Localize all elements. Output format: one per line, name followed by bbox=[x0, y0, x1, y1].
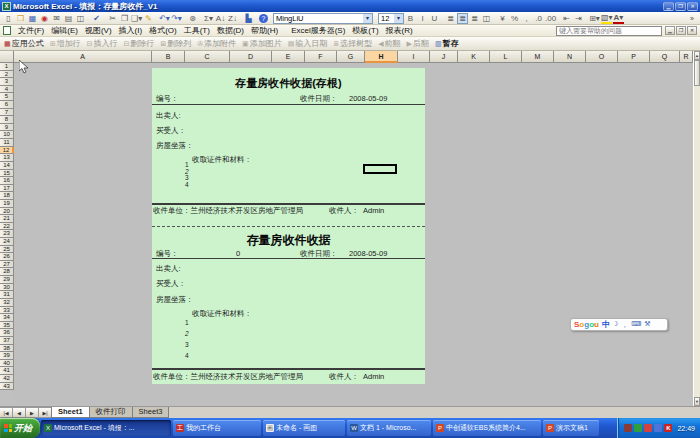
percent-icon[interactable]: % bbox=[509, 13, 520, 24]
column-header[interactable]: R bbox=[680, 51, 693, 63]
paste-icon[interactable]: ❑▾ bbox=[131, 13, 142, 24]
menu-item[interactable]: 帮助(H) bbox=[251, 25, 278, 36]
select-tree-button[interactable]: ≣ 选择树型 bbox=[333, 38, 372, 49]
row-header[interactable]: 26 bbox=[0, 253, 14, 261]
align-center-icon[interactable]: ≣ bbox=[457, 13, 468, 24]
punctuation-icon[interactable]: ， bbox=[621, 320, 628, 330]
row-header[interactable]: 3 bbox=[0, 78, 14, 86]
tray-icon-1[interactable] bbox=[624, 424, 632, 432]
row-header[interactable]: 36 bbox=[0, 329, 14, 337]
new-icon[interactable]: ▯ bbox=[3, 13, 14, 24]
row-header[interactable]: 6 bbox=[0, 101, 14, 109]
row-header[interactable]: 41 bbox=[0, 367, 14, 375]
open-icon[interactable]: ❒ bbox=[15, 13, 26, 24]
column-header[interactable]: I bbox=[398, 51, 430, 63]
row-header[interactable]: 28 bbox=[0, 268, 14, 276]
vertical-scrollbar[interactable]: ▲ ▼ bbox=[693, 51, 700, 406]
chart-wizard-icon[interactable]: ▙ bbox=[243, 13, 254, 24]
fill-color-icon[interactable]: ▧▾ bbox=[601, 13, 612, 24]
comma-style-icon[interactable]: , bbox=[521, 13, 532, 24]
row-header[interactable]: 31 bbox=[0, 291, 14, 299]
cut-icon[interactable]: ✂ bbox=[107, 13, 118, 24]
format-painter-icon[interactable]: ✎ bbox=[143, 13, 154, 24]
chevron-down-icon[interactable]: ▾ bbox=[394, 14, 403, 23]
print-preview-icon[interactable]: ◫ bbox=[75, 13, 86, 24]
menu-item[interactable]: 报表(R) bbox=[386, 25, 413, 36]
scroll-down-icon[interactable]: ▼ bbox=[694, 397, 700, 406]
italic-icon[interactable]: I bbox=[417, 13, 428, 24]
taskbar-task[interactable]: P 演示文稿1 bbox=[543, 420, 599, 436]
row-header[interactable]: 34 bbox=[0, 314, 14, 322]
row-header[interactable]: 35 bbox=[0, 322, 14, 330]
taskbar-task[interactable]: X Microsoft Excel - 填报：... bbox=[41, 420, 171, 436]
sogou-ime-bar[interactable]: Sogou 中 ☽，⌨⚒ bbox=[570, 318, 668, 331]
row-header[interactable]: 22 bbox=[0, 223, 14, 231]
row-header[interactable]: 23 bbox=[0, 230, 14, 238]
row-header[interactable]: 1 bbox=[0, 63, 14, 71]
align-right-icon[interactable]: ≣ bbox=[469, 13, 480, 24]
insert-row-button[interactable]: ⊟ 插入行 bbox=[87, 38, 118, 49]
mail-icon[interactable]: ✉ bbox=[51, 13, 62, 24]
row-header[interactable]: 38 bbox=[0, 345, 14, 353]
prev-sheet-button[interactable]: ◀ bbox=[13, 407, 26, 418]
menu-item[interactable]: 文件(F) bbox=[18, 25, 44, 36]
row-header[interactable]: 43 bbox=[0, 383, 14, 391]
column-header[interactable]: Q bbox=[650, 51, 680, 63]
print-icon[interactable]: ▤ bbox=[63, 13, 74, 24]
font-name-select[interactable]: MingLiU ▾ bbox=[273, 13, 373, 24]
column-header[interactable]: B bbox=[152, 51, 185, 63]
row-header[interactable]: 9 bbox=[0, 124, 14, 132]
column-header[interactable]: M bbox=[522, 51, 554, 63]
decrease-decimal-icon[interactable]: .00 bbox=[545, 13, 556, 24]
row-header[interactable]: 8 bbox=[0, 116, 14, 124]
next-sheet-button[interactable]: ▶ bbox=[26, 407, 39, 418]
row-header[interactable]: 29 bbox=[0, 276, 14, 284]
sheet-tab[interactable]: Sheet1 bbox=[51, 407, 90, 418]
temp-save-button[interactable]: ▥ 暂存 bbox=[435, 38, 459, 49]
save-icon[interactable]: ▦ bbox=[27, 13, 38, 24]
row-header[interactable]: 33 bbox=[0, 307, 14, 315]
sort-ascending-icon[interactable]: A↓ bbox=[215, 13, 226, 24]
bold-icon[interactable]: B bbox=[405, 13, 416, 24]
row-header[interactable]: 12 bbox=[0, 147, 14, 155]
hyperlink-icon[interactable]: ⊛ bbox=[187, 13, 198, 24]
document-area[interactable]: 存量房收件收据(存根) 编号： 收件日期： 2008-05-09 出卖人: 买受… bbox=[152, 68, 425, 384]
toolbox-icon[interactable]: ⚒ bbox=[644, 320, 650, 330]
row-header[interactable]: 24 bbox=[0, 238, 14, 246]
increase-decimal-icon[interactable]: .0 bbox=[533, 13, 544, 24]
borders-icon[interactable]: ⊞▾ bbox=[589, 13, 600, 24]
font-color-icon[interactable]: A▾ bbox=[613, 13, 624, 24]
redo-icon[interactable]: ↷▾ bbox=[171, 13, 182, 24]
row-header[interactable]: 39 bbox=[0, 352, 14, 360]
start-button[interactable]: 开始 bbox=[0, 418, 40, 438]
close-button[interactable]: ✕ bbox=[687, 2, 698, 11]
tray-icon-2[interactable] bbox=[634, 424, 642, 432]
row-header[interactable]: 17 bbox=[0, 185, 14, 193]
add-row-button[interactable]: ⊞ 增加行 bbox=[50, 38, 81, 49]
column-header[interactable]: D bbox=[230, 51, 272, 63]
font-size-select[interactable]: 12 ▾ bbox=[378, 13, 404, 24]
tray-icon-kmplayer[interactable]: K bbox=[664, 424, 672, 432]
row-header[interactable]: 7 bbox=[0, 109, 14, 117]
sheet-tab[interactable]: 收件打印 bbox=[89, 407, 133, 418]
row-header[interactable]: 40 bbox=[0, 360, 14, 368]
sort-descending-icon[interactable]: Z↓ bbox=[227, 13, 238, 24]
page-next-button[interactable]: ▶ 后翻 bbox=[407, 38, 429, 49]
merge-center-icon[interactable]: ◫ bbox=[481, 13, 492, 24]
scrollbar-thumb[interactable] bbox=[694, 60, 700, 86]
delete-row-button[interactable]: ⊟ 删除行 bbox=[123, 38, 154, 49]
column-header[interactable]: N bbox=[554, 51, 586, 63]
minimize-button[interactable]: ▁ bbox=[663, 2, 674, 11]
row-header[interactable]: 37 bbox=[0, 337, 14, 345]
align-left-icon[interactable]: ≣ bbox=[445, 13, 456, 24]
help-question-input[interactable] bbox=[556, 26, 662, 36]
increase-indent-icon[interactable]: ⇥ bbox=[573, 13, 584, 24]
decrease-indent-icon[interactable]: ⇤ bbox=[561, 13, 572, 24]
menu-item[interactable]: 数据(D) bbox=[217, 25, 244, 36]
column-header[interactable]: L bbox=[490, 51, 522, 63]
underline-icon[interactable]: U bbox=[429, 13, 440, 24]
tray-icon-3[interactable] bbox=[644, 424, 652, 432]
column-header[interactable]: G bbox=[337, 51, 365, 63]
menu-item[interactable]: 工具(T) bbox=[184, 25, 210, 36]
menu-item[interactable]: 模板(T) bbox=[352, 25, 378, 36]
